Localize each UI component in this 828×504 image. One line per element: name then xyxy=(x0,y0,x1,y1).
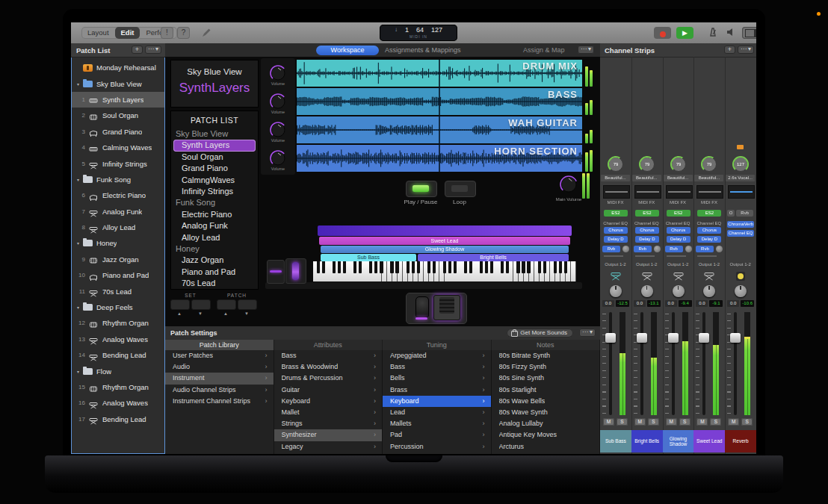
track-volume-knob[interactable] xyxy=(269,121,287,139)
sidebar-patch-analog-funk[interactable]: 7Analog Funk xyxy=(72,204,164,220)
black-key[interactable] xyxy=(343,261,346,273)
library-item-brass-woodwind[interactable]: Brass & Woodwind› xyxy=(274,361,383,373)
library-item-lead[interactable]: Lead› xyxy=(383,407,491,418)
black-key[interactable] xyxy=(501,261,504,273)
library-item-arcturus[interactable]: Arcturus xyxy=(492,441,600,452)
channel-eq-label[interactable]: Channel EQ xyxy=(663,221,693,225)
black-key[interactable] xyxy=(322,261,325,273)
instrument-slot-es2[interactable]: ES2 xyxy=(604,210,628,217)
send-slot-rvb[interactable]: Rvb xyxy=(634,246,652,252)
black-key[interactable] xyxy=(543,261,546,273)
nav-set-prev-button[interactable] xyxy=(170,299,190,310)
tab-notes[interactable]: Notes xyxy=(492,340,601,350)
black-key[interactable] xyxy=(338,261,341,273)
send-knob[interactable] xyxy=(685,246,692,252)
tab-attributes[interactable]: Attributes xyxy=(274,340,383,350)
library-item-arpeggiated[interactable]: Arpeggiated› xyxy=(383,350,491,361)
insert-slot-chorus[interactable]: Chorus xyxy=(667,227,690,234)
insert-slot-chorus[interactable]: Chorus xyxy=(697,227,721,234)
insert-slot-delay-d[interactable]: Delay D xyxy=(635,236,659,243)
metronome-icon[interactable] xyxy=(706,27,720,37)
library-item-bass[interactable]: Bass› xyxy=(383,361,491,373)
sidebar-patch-infinity-strings[interactable]: 5Infinity Strings xyxy=(72,155,164,171)
send-knob[interactable] xyxy=(654,246,661,252)
sidebar-set-row[interactable]: ▾Honey xyxy=(72,235,164,251)
black-key[interactable] xyxy=(433,261,436,273)
sidebar-set-row[interactable]: ▾Sky Blue View xyxy=(72,75,164,91)
eq-thumbnail[interactable] xyxy=(603,185,630,199)
fader-cap[interactable] xyxy=(637,333,647,343)
black-key[interactable] xyxy=(564,261,567,273)
black-key[interactable] xyxy=(527,261,530,273)
output-label[interactable]: Output 1-2 xyxy=(693,262,724,267)
sidebar-patch-piano-and-pad[interactable]: 10Piano and Pad xyxy=(72,267,164,283)
tab-patch-library[interactable]: Patch Library xyxy=(165,340,274,350)
mute-button[interactable]: M xyxy=(696,418,708,426)
solo-button[interactable]: S xyxy=(648,418,659,426)
sidebar-patch-rhythm-organ[interactable]: 15Rhythm Organ xyxy=(72,379,164,395)
library-item-80s-wave-bells[interactable]: 80s Wave Bells xyxy=(492,396,600,407)
library-item-percussion[interactable]: Percussion› xyxy=(383,441,491,452)
solo-button[interactable]: S xyxy=(710,418,721,426)
channel-eq-label[interactable]: Channel EQ xyxy=(600,221,631,225)
library-item-legacy[interactable]: Legacy› xyxy=(274,441,383,452)
eq-thumbnail[interactable] xyxy=(696,185,723,199)
insert-slot-chorus[interactable]: Chorus xyxy=(604,227,628,234)
activity-monitor-button[interactable]: ! xyxy=(161,27,173,39)
patch-settings-action-menu[interactable]: ⋯ ▾ xyxy=(579,329,596,337)
insert-slot-chorus[interactable]: Chorus xyxy=(635,227,659,234)
workspace-list-funk-song[interactable]: Funk Song xyxy=(171,197,258,208)
strip-name-plate[interactable]: Reverb xyxy=(725,430,756,452)
black-key[interactable] xyxy=(333,261,336,273)
tab-tuning[interactable]: Tuning xyxy=(383,340,492,350)
send-slot-rvb[interactable]: Rvb xyxy=(602,246,620,252)
workspace-list-electric-piano[interactable]: Electric Piano xyxy=(171,209,258,220)
sidebar-patch-jazz-organ[interactable]: 9Jazz Organ xyxy=(72,252,164,267)
insert-slot-chromaverb[interactable]: ChromaVerb xyxy=(727,221,754,228)
disclosure-triangle-icon[interactable]: ▾ xyxy=(77,369,83,374)
mute-button[interactable]: M xyxy=(666,418,677,426)
strip-knob[interactable]: 79 xyxy=(638,155,656,173)
layer-bar-sub-bass[interactable]: Sub Bass xyxy=(321,254,416,261)
black-key[interactable] xyxy=(427,261,430,273)
mode-button-layout[interactable]: Layout xyxy=(81,27,115,39)
fader-cap[interactable] xyxy=(605,333,616,343)
pan-knob[interactable] xyxy=(703,285,715,297)
black-key[interactable] xyxy=(407,261,410,273)
workspace-list-grand-piano[interactable]: Grand Piano xyxy=(171,163,258,174)
channel-eq-label[interactable]: Channel EQ xyxy=(693,221,724,225)
expression-pedal[interactable] xyxy=(433,295,460,320)
output-label[interactable]: Output 1-2 xyxy=(663,262,693,267)
black-key[interactable] xyxy=(390,261,393,273)
eq-thumbnail[interactable] xyxy=(728,185,755,199)
playhead[interactable] xyxy=(439,60,440,172)
black-key[interactable] xyxy=(359,261,362,273)
tab-assignments-mappings[interactable]: Assignments & Mappings xyxy=(385,46,461,55)
black-key[interactable] xyxy=(506,261,509,273)
black-key[interactable] xyxy=(490,261,493,273)
workspace-list-alloy-lead[interactable]: Alloy Lead xyxy=(171,232,258,243)
black-key[interactable] xyxy=(417,261,420,273)
strip-source-label[interactable]: Beautiful... xyxy=(601,175,630,181)
insert-slot-delay-d[interactable]: Delay D xyxy=(604,236,628,243)
library-item-strings[interactable]: Strings› xyxy=(274,418,383,429)
strip-name-plate[interactable]: Bright Bells xyxy=(631,430,663,452)
library-item-80s-starlight[interactable]: 80s Starlight xyxy=(492,385,600,396)
black-key[interactable] xyxy=(464,261,467,273)
library-item-analog-lullaby[interactable]: Analog Lullaby xyxy=(492,418,600,429)
loop-button[interactable] xyxy=(445,181,476,197)
black-key[interactable] xyxy=(538,261,541,273)
library-item-mallet[interactable]: Mallet› xyxy=(274,407,383,418)
library-item-user-patches[interactable]: User Patches› xyxy=(165,350,274,361)
library-item-audio-channel-strips[interactable]: Audio Channel Strips› xyxy=(165,385,274,396)
fader-value-readout[interactable]: 0.0 xyxy=(602,300,614,307)
send-slot-rvb[interactable]: Rvb xyxy=(696,246,714,252)
mute-button[interactable]: M xyxy=(728,418,739,426)
sidebar-patch-analog-waves[interactable]: 13Analog Waves xyxy=(72,332,164,347)
pan-knob[interactable] xyxy=(610,285,622,297)
library-item-bells[interactable]: Bells› xyxy=(383,373,491,384)
eq-thumbnail[interactable] xyxy=(634,185,661,199)
sidebar-set-row[interactable]: ▾Deep Feels xyxy=(72,299,164,315)
eq-thumbnail[interactable] xyxy=(666,185,693,199)
workspace-list-piano-and-pad[interactable]: Piano and Pad xyxy=(171,267,258,278)
